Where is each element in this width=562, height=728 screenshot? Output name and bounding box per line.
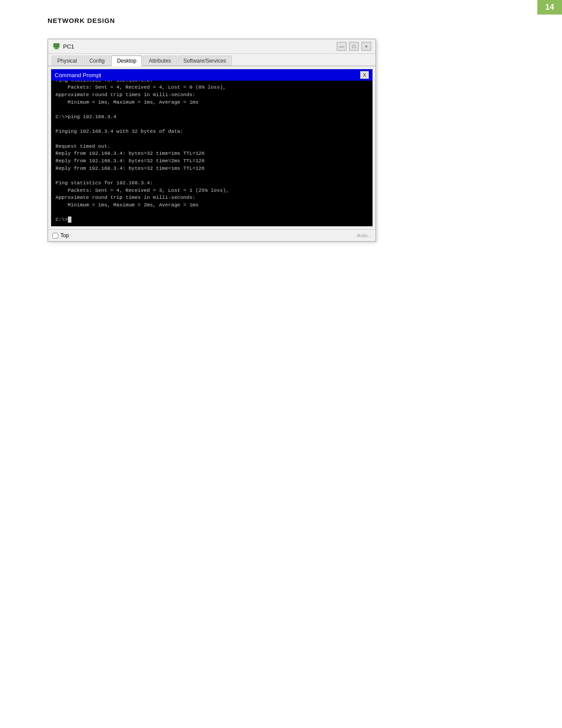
tab-software-services[interactable]: Software/Services xyxy=(178,56,232,66)
svg-rect-0 xyxy=(53,43,60,48)
pc1-window: PC1 — □ × Physical Config Desktop Attrib… xyxy=(48,39,376,242)
maximize-button[interactable]: □ xyxy=(349,42,359,51)
window-bottom: Top Activ... xyxy=(48,229,376,241)
cmd-titlebar: Command Prompt X xyxy=(51,69,372,81)
tab-physical[interactable]: Physical xyxy=(52,56,83,66)
titlebar-left: PC1 xyxy=(52,42,74,50)
pc-icon xyxy=(52,42,60,50)
minimize-button[interactable]: — xyxy=(337,42,346,51)
svg-rect-1 xyxy=(55,48,58,49)
window-controls: — □ × xyxy=(337,42,371,51)
activ-text: Activ... xyxy=(357,233,371,238)
top-label: Top xyxy=(60,232,69,239)
page-number: 14 xyxy=(537,0,562,15)
tab-attributes[interactable]: Attributes xyxy=(143,56,177,66)
cmd-title-text: Command Prompt xyxy=(55,72,101,78)
top-checkbox[interactable] xyxy=(52,233,58,239)
cmd-container: Command Prompt X Pinging 192.168.3.3 wit… xyxy=(51,69,373,227)
window-titlebar: PC1 — □ × xyxy=(48,39,376,54)
page-title: NETWORK DESIGN xyxy=(48,17,115,24)
window-title-text: PC1 xyxy=(63,43,74,50)
top-checkbox-area: Top xyxy=(52,232,69,239)
cmd-output[interactable]: Pinging 192.168.3.3 with 32 bytes of dat… xyxy=(51,81,372,226)
tab-config[interactable]: Config xyxy=(84,56,111,66)
svg-rect-2 xyxy=(54,49,59,49)
tab-desktop[interactable]: Desktop xyxy=(111,56,142,66)
cmd-close-button[interactable]: X xyxy=(360,71,369,79)
close-window-button[interactable]: × xyxy=(361,42,371,51)
tabs-bar: Physical Config Desktop Attributes Softw… xyxy=(48,54,376,66)
